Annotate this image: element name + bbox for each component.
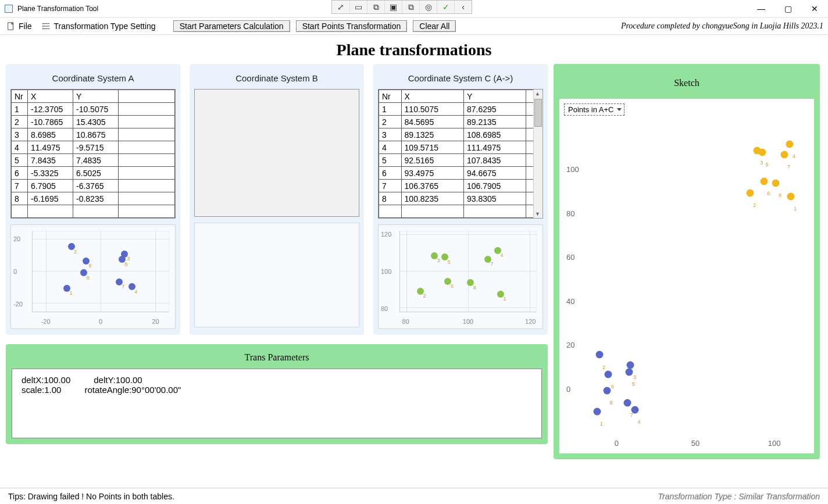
menu-bar: File Transformation Type Setting Start P… xyxy=(0,17,828,35)
table-row[interactable]: 4109.5715111.4975 xyxy=(379,141,543,154)
maximize-button[interactable]: ▢ xyxy=(775,0,801,17)
cell-x: 11.4975 xyxy=(28,141,73,154)
svg-point-3 xyxy=(42,28,44,30)
table-row[interactable]: 1-12.3705-10.5075 xyxy=(12,103,175,116)
table-row[interactable]: 8100.823593.8305 xyxy=(379,192,543,205)
cell-x: 6.7905 xyxy=(28,180,73,192)
table-row[interactable]: 284.569589.2135 xyxy=(379,116,543,128)
cell-y: -0.8235 xyxy=(73,192,119,205)
table-row[interactable]: 7106.3765106.7905 xyxy=(379,180,543,192)
table-a[interactable]: Nr X Y 1-12.3705-10.50752-10.786515.4305… xyxy=(10,89,176,219)
cell-x: 8.6985 xyxy=(28,128,73,141)
file-label: File xyxy=(19,22,32,31)
table-b-empty[interactable] xyxy=(194,89,359,217)
cell-x: -10.7865 xyxy=(28,116,73,128)
cell-nr: 4 xyxy=(12,141,28,154)
overlay-collapse-icon[interactable]: ‹ xyxy=(454,1,472,13)
th-y: Y xyxy=(73,90,119,103)
table-row[interactable]: 411.4975-9.5715 xyxy=(12,141,175,154)
th-nr: Nr xyxy=(12,90,28,103)
cell-nr: 5 xyxy=(12,154,28,167)
cell-y: 15.4305 xyxy=(73,116,119,128)
clear-all-button[interactable]: Clear All xyxy=(413,20,456,32)
cell-x: 7.8435 xyxy=(28,154,73,167)
cell-y: -10.5075 xyxy=(73,103,119,116)
table-row-blank[interactable] xyxy=(12,205,175,218)
overlay-icon[interactable]: ⧉ xyxy=(367,1,384,13)
cell-y: 87.6295 xyxy=(464,103,526,116)
panel-c-title: Coordinate System C (A->) xyxy=(408,69,513,89)
table-row[interactable]: 57.84357.4835 xyxy=(12,154,175,167)
status-tips: Tips: Drawing failed ! No Points in both… xyxy=(8,492,174,501)
overlay-check-icon[interactable]: ✓ xyxy=(437,1,454,13)
cell-y: -6.3765 xyxy=(73,180,119,192)
clear-all-label: Clear All xyxy=(419,22,449,31)
overlay-icon[interactable]: ▭ xyxy=(349,1,367,13)
table-c[interactable]: Nr X Y 1110.507587.6295284.569589.213538… xyxy=(378,89,543,219)
transform-setting-menu[interactable]: Transformation Type Setting xyxy=(40,22,158,31)
data-point xyxy=(593,408,601,416)
data-point xyxy=(746,190,754,197)
th-x: X xyxy=(401,90,463,103)
cell-y: 7.4835 xyxy=(73,154,119,167)
ide-overlay-toolbar: ⤢ ▭ ⧉ ▣ ⧉ ◎ ✓ ‹ xyxy=(331,0,472,14)
cell-x: 110.5075 xyxy=(401,103,463,116)
rotate-text: rotateAngle:90°00'00.00" xyxy=(84,385,181,395)
cell-x: -6.1695 xyxy=(28,192,73,205)
overlay-icon[interactable]: ◎ xyxy=(419,1,437,13)
minimize-button[interactable]: — xyxy=(748,0,775,17)
cell-y: 111.4975 xyxy=(464,141,526,154)
sketch-panel: Sketch Points in A+C 1234567812345678 02… xyxy=(554,64,820,459)
overlay-icon[interactable]: ▣ xyxy=(384,1,402,13)
svg-point-2 xyxy=(42,26,44,27)
cell-nr: 5 xyxy=(379,154,402,167)
cell-y: 89.2135 xyxy=(464,116,526,128)
start-params-button[interactable]: Start Parameters Calculation xyxy=(173,20,290,32)
data-point xyxy=(603,387,611,394)
cell-nr: 2 xyxy=(379,116,402,128)
table-row[interactable]: 389.1325108.6985 xyxy=(379,128,543,141)
scroll-thumb[interactable] xyxy=(534,99,542,127)
table-row[interactable]: 1110.507587.6295 xyxy=(379,103,543,116)
data-point xyxy=(595,351,603,359)
table-row[interactable]: 76.7905-6.3765 xyxy=(12,180,175,192)
cell-x: 100.8235 xyxy=(401,192,463,205)
cell-nr: 2 xyxy=(12,116,28,128)
cell-blank xyxy=(119,128,175,141)
cell-x: 89.1325 xyxy=(401,128,463,141)
panel-coord-a: Coordinate System A Nr X Y 1-12.3705-10.… xyxy=(6,64,180,335)
start-params-label: Start Parameters Calculation xyxy=(180,22,284,31)
table-row[interactable]: 592.5165107.8435 xyxy=(379,154,543,167)
status-bar: Tips: Drawing failed ! No Points in both… xyxy=(0,488,828,504)
table-row[interactable]: 38.698510.8675 xyxy=(12,128,175,141)
start-points-button[interactable]: Start Points Transformation xyxy=(296,20,408,32)
table-row[interactable]: 693.497594.6675 xyxy=(379,167,543,180)
table-row[interactable]: 6-5.33256.5025 xyxy=(12,167,175,180)
file-menu[interactable]: File xyxy=(5,22,34,31)
cell-x: -5.3325 xyxy=(28,167,73,180)
data-point xyxy=(623,399,631,406)
table-row-blank[interactable] xyxy=(379,205,543,218)
cell-blank xyxy=(119,192,175,205)
cell-x: 109.5715 xyxy=(401,141,463,154)
cell-y: 107.8435 xyxy=(464,154,526,167)
sketch-plot: 1234567812345678 xyxy=(585,126,806,432)
sketch-dropdown[interactable]: Points in A+C xyxy=(564,103,624,116)
data-point xyxy=(786,141,793,148)
th-y: Y xyxy=(464,90,526,103)
cell-x: 92.5165 xyxy=(401,154,463,167)
overlay-icon[interactable]: ⧉ xyxy=(402,1,419,13)
close-button[interactable]: ✕ xyxy=(801,0,828,17)
panel-coord-b: Coordinate System B xyxy=(190,64,364,335)
sketch-dropdown-value: Points in A+C xyxy=(568,105,613,114)
overlay-icon[interactable]: ⤢ xyxy=(332,1,349,13)
cell-y: 93.8305 xyxy=(464,192,526,205)
data-point xyxy=(759,148,766,156)
table-row[interactable]: 2-10.786515.4305 xyxy=(12,116,175,128)
cell-nr: 8 xyxy=(12,192,28,205)
delty-text: deltY:100.00 xyxy=(94,375,142,385)
table-row[interactable]: 8-6.1695-0.8235 xyxy=(12,192,175,205)
scrollbar[interactable] xyxy=(533,90,543,218)
th-nr: Nr xyxy=(379,90,402,103)
data-point xyxy=(781,151,788,158)
